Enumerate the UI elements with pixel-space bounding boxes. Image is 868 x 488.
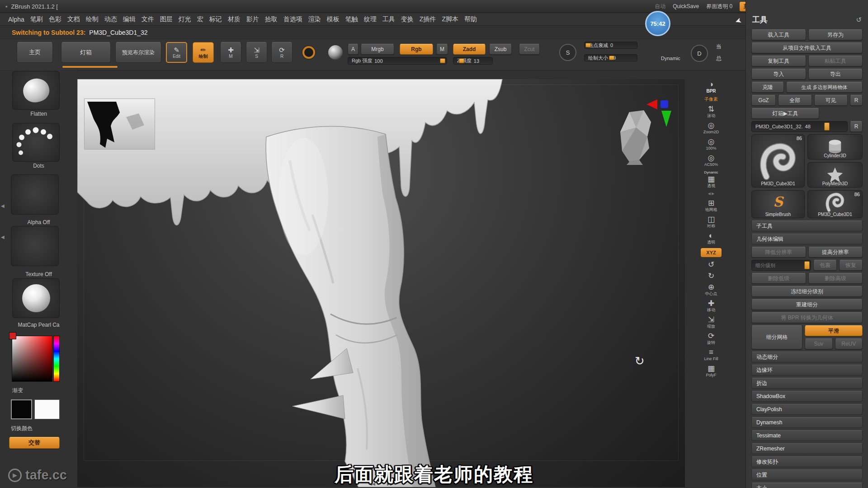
scroll-canvas-button[interactable]: ⇅ 滚动 — [707, 105, 715, 118]
del-lower-button[interactable]: 删除低级 — [751, 273, 806, 284]
saturation-value-square[interactable] — [12, 336, 52, 382]
draw-mode-button[interactable]: ✏ 绘制 — [193, 42, 214, 63]
reconstruct-subdiv-button[interactable]: 重建细分 — [751, 299, 863, 310]
tool-r-button[interactable]: R — [850, 121, 863, 132]
menu-marker[interactable]: 标记 — [209, 15, 222, 23]
z-intensity-slider[interactable]: Z 强度13 — [453, 57, 493, 65]
smooth-toggle[interactable]: 平滑 — [805, 325, 863, 336]
menu-brush[interactable]: 笔刷 — [30, 15, 43, 23]
autosave-label[interactable]: 自动 — [655, 3, 665, 10]
suv-toggle[interactable]: Suv — [805, 338, 833, 349]
gradient-label[interactable]: 渐变 — [12, 387, 39, 394]
move-mode-button[interactable]: ✚ M — [220, 42, 241, 63]
rotate-mode-button[interactable]: ⟳ R — [271, 42, 292, 63]
main-color-swatch[interactable] — [11, 399, 32, 419]
load-tool-button[interactable]: 载入工具 — [751, 29, 806, 40]
menu-movie[interactable]: 影片 — [246, 15, 259, 23]
save-as-button[interactable]: 另存为 — [808, 29, 863, 40]
menu-draw[interactable]: 绘制 — [86, 15, 99, 23]
menu-material[interactable]: 材质 — [228, 15, 241, 23]
sculpt-model[interactable] — [77, 79, 685, 487]
section-zremesher[interactable]: ZRemesher — [751, 443, 863, 454]
load-from-project-button[interactable]: 从项目文件载入工具 — [751, 42, 863, 53]
mrgb-toggle[interactable]: Mrgb — [361, 44, 394, 55]
xyz-constraint-button[interactable]: XYZ — [701, 248, 722, 257]
menu-edit[interactable]: 编辑 — [123, 15, 136, 23]
edit-mode-button[interactable]: ✎ Edit — [166, 42, 187, 63]
paste-tool-button[interactable]: 粘贴工具 — [808, 56, 863, 66]
rgb-toggle[interactable]: Rgb — [400, 44, 433, 55]
dynamic-label[interactable]: Dynamic — [661, 56, 680, 61]
zsub-toggle[interactable]: Zsub — [489, 44, 512, 55]
del-higher-button[interactable]: 删除高级 — [808, 273, 863, 284]
section-size[interactable]: 大小 — [751, 483, 863, 488]
sdiv-slider[interactable]: 细分级别 — [751, 260, 811, 271]
floor-grid-button[interactable]: ⊞ 地网格 — [705, 199, 717, 212]
rotate-cw-button[interactable]: ↻ — [708, 272, 714, 280]
menu-document[interactable]: 文档 — [67, 15, 80, 23]
menu-macro[interactable]: 宏 — [197, 15, 203, 23]
section-position[interactable]: 位置 — [751, 469, 863, 480]
rotate-ccw-button[interactable]: ↺ — [708, 261, 714, 268]
menu-stroke[interactable]: 笔触 — [345, 15, 358, 23]
section-dynamesh[interactable]: Dynamesh — [751, 417, 863, 428]
sdiv-handle[interactable] — [804, 261, 810, 269]
section-shadowbox[interactable]: ShadowBox — [751, 391, 863, 402]
draw-size-handle[interactable] — [609, 56, 614, 60]
axis-z-icon[interactable] — [660, 100, 668, 108]
stroke-thumbnail-dots[interactable] — [12, 123, 60, 162]
subtool-section-header[interactable]: 子工具 — [751, 221, 863, 231]
simplebrush-thumbnail[interactable]: S SimpleBrush — [751, 190, 805, 218]
zadd-toggle[interactable]: Zadd — [453, 44, 486, 55]
home-button[interactable]: 主页 — [17, 42, 53, 63]
menu-picker[interactable]: 拾取 — [265, 15, 278, 23]
z-intensity-handle[interactable] — [459, 58, 464, 63]
switch-color-label[interactable]: 切换颜色 — [11, 425, 56, 432]
hue-strip[interactable] — [53, 336, 60, 382]
alpha-off-thumbnail[interactable] — [11, 174, 59, 215]
axis-x-icon[interactable] — [646, 99, 657, 109]
document-canvas[interactable]: ↻ ◀◀ ▶▶ — [77, 79, 685, 487]
rgb-intensity-handle[interactable] — [440, 58, 445, 63]
menu-light[interactable]: 灯光 — [179, 15, 191, 23]
quicksave-button[interactable]: QuickSave — [673, 3, 699, 9]
menu-zplugin[interactable]: Z插件 — [420, 15, 436, 23]
make-polymesh-button[interactable]: 生成 多边形网格物体 — [786, 82, 863, 93]
copy-tool-button[interactable]: 复制工具 — [751, 56, 806, 66]
shelf-collapse-arrow[interactable]: ◀ — [1, 235, 5, 239]
m-toggle[interactable]: M — [436, 44, 448, 55]
section-crease[interactable]: 折边 — [751, 378, 863, 389]
lower-res-button[interactable]: 降低分辨率 — [751, 247, 806, 258]
frame-center-button[interactable]: ⊕ 中心点 — [705, 283, 717, 296]
brush-thumbnail-flatten[interactable] — [12, 71, 60, 110]
draw-size-slider[interactable]: 绘制大小49 — [584, 54, 637, 61]
goz-r-button[interactable]: R — [850, 95, 863, 106]
section-tessimate[interactable]: Tessimate — [751, 430, 863, 441]
color-picker[interactable] — [9, 332, 60, 383]
preview-boolean-button[interactable]: 预览布尔渲染 — [115, 42, 161, 63]
transparency-button[interactable]: ◐ 透明 — [707, 232, 715, 244]
menu-render[interactable]: 渲染 — [308, 15, 321, 23]
menu-help[interactable]: 帮助 — [464, 15, 477, 23]
bpr-render-button[interactable]: ◑ BPR — [706, 80, 716, 94]
restore-default-icon[interactable]: ↺ — [856, 16, 862, 24]
perspective-button[interactable]: Dynamic ▦ 透视 — [704, 170, 718, 188]
section-edge-loop[interactable]: 边缘环 — [751, 365, 863, 375]
axis-y-icon[interactable] — [661, 111, 671, 127]
goz-all-button[interactable]: 全部 — [778, 95, 812, 106]
higher-res-button[interactable]: 提高分辨率 — [808, 247, 863, 258]
menu-preferences[interactable]: 首选项 — [283, 15, 302, 23]
sculptris-pro-toggle[interactable]: S — [557, 42, 578, 63]
texture-off-thumbnail[interactable] — [11, 226, 59, 266]
menu-transform[interactable]: 变换 — [401, 15, 414, 23]
current-stroke-button[interactable] — [298, 42, 319, 63]
freeze-subdivision-button[interactable]: 冻结细分级别 — [751, 286, 863, 297]
menu-texture[interactable]: 纹理 — [364, 15, 377, 23]
section-modify-topology[interactable]: 修改拓扑 — [751, 456, 863, 467]
reuv-button[interactable]: ReUV — [835, 338, 863, 349]
focal-shift-handle[interactable] — [585, 43, 591, 47]
line-fill-button[interactable]: ≡ Line Fill — [704, 348, 718, 361]
menu-file[interactable]: 文件 — [142, 15, 154, 23]
actual-size-button[interactable]: ◎ 100% — [706, 138, 716, 150]
polymesh3d-thumbnail[interactable]: PolyMesh3D — [807, 162, 863, 188]
